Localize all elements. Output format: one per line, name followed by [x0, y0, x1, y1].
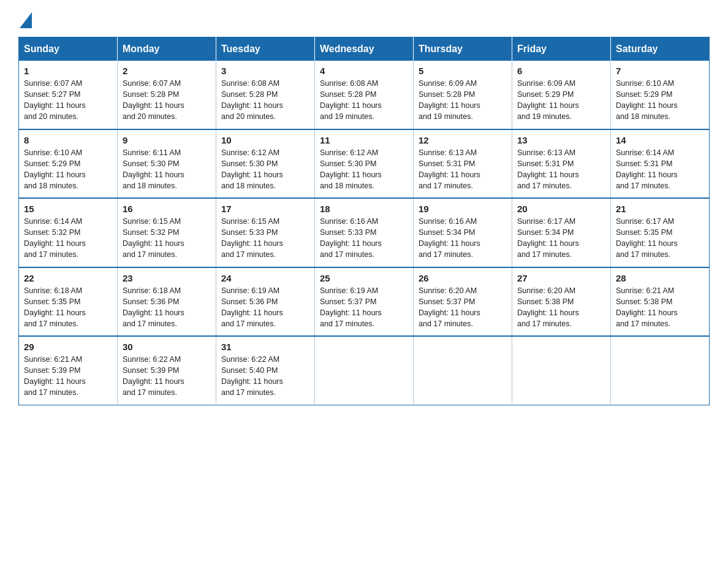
calendar-cell: 20 Sunrise: 6:17 AM Sunset: 5:34 PM Dayl…: [512, 198, 611, 267]
calendar-cell: 3 Sunrise: 6:08 AM Sunset: 5:28 PM Dayli…: [216, 61, 315, 129]
day-number: 4: [320, 66, 408, 76]
calendar-cell: 13 Sunrise: 6:13 AM Sunset: 5:31 PM Dayl…: [512, 129, 611, 199]
logo-triangle-icon: [20, 12, 32, 28]
calendar-cell: 29 Sunrise: 6:21 AM Sunset: 5:39 PM Dayl…: [19, 336, 118, 405]
calendar-cell: 26 Sunrise: 6:20 AM Sunset: 5:37 PM Dayl…: [414, 267, 512, 337]
day-info: Sunrise: 6:12 AM Sunset: 5:30 PM Dayligh…: [221, 147, 309, 192]
day-info: Sunrise: 6:14 AM Sunset: 5:31 PM Dayligh…: [616, 147, 704, 192]
day-number: 2: [123, 66, 211, 76]
day-info: Sunrise: 6:09 AM Sunset: 5:28 PM Dayligh…: [419, 78, 507, 123]
day-number: 14: [616, 135, 704, 145]
day-number: 13: [517, 135, 605, 145]
calendar-cell: 4 Sunrise: 6:08 AM Sunset: 5:28 PM Dayli…: [315, 61, 414, 129]
day-info: Sunrise: 6:14 AM Sunset: 5:32 PM Dayligh…: [24, 216, 112, 261]
day-info: Sunrise: 6:10 AM Sunset: 5:29 PM Dayligh…: [616, 78, 704, 123]
calendar-week-row: 1 Sunrise: 6:07 AM Sunset: 5:27 PM Dayli…: [19, 61, 710, 129]
calendar-cell: 8 Sunrise: 6:10 AM Sunset: 5:29 PM Dayli…: [19, 129, 118, 199]
weekday-header-row: SundayMondayTuesdayWednesdayThursdayFrid…: [19, 37, 710, 61]
day-info: Sunrise: 6:12 AM Sunset: 5:30 PM Dayligh…: [320, 147, 408, 192]
day-number: 8: [24, 135, 112, 145]
weekday-header-wednesday: Wednesday: [315, 37, 414, 61]
calendar-cell: [414, 336, 512, 405]
day-info: Sunrise: 6:08 AM Sunset: 5:28 PM Dayligh…: [221, 78, 309, 123]
day-number: 21: [616, 204, 704, 214]
day-number: 18: [320, 204, 408, 214]
day-info: Sunrise: 6:17 AM Sunset: 5:34 PM Dayligh…: [517, 216, 605, 261]
calendar-cell: 1 Sunrise: 6:07 AM Sunset: 5:27 PM Dayli…: [19, 61, 118, 129]
day-number: 27: [517, 273, 605, 283]
day-number: 19: [419, 204, 507, 214]
page-header: [18, 12, 710, 26]
day-info: Sunrise: 6:17 AM Sunset: 5:35 PM Dayligh…: [616, 216, 704, 261]
weekday-header-monday: Monday: [118, 37, 216, 61]
calendar-week-row: 22 Sunrise: 6:18 AM Sunset: 5:35 PM Dayl…: [19, 267, 710, 337]
day-info: Sunrise: 6:10 AM Sunset: 5:29 PM Dayligh…: [24, 147, 112, 192]
calendar-cell: 27 Sunrise: 6:20 AM Sunset: 5:38 PM Dayl…: [512, 267, 611, 337]
day-number: 26: [419, 273, 507, 283]
day-number: 15: [24, 204, 112, 214]
day-number: 23: [123, 273, 211, 283]
day-info: Sunrise: 6:20 AM Sunset: 5:38 PM Dayligh…: [517, 285, 605, 330]
day-info: Sunrise: 6:22 AM Sunset: 5:39 PM Dayligh…: [123, 354, 211, 399]
day-number: 11: [320, 135, 408, 145]
day-number: 6: [517, 66, 605, 76]
day-info: Sunrise: 6:19 AM Sunset: 5:36 PM Dayligh…: [221, 285, 309, 330]
day-number: 1: [24, 66, 112, 76]
day-info: Sunrise: 6:13 AM Sunset: 5:31 PM Dayligh…: [517, 147, 605, 192]
calendar-week-row: 29 Sunrise: 6:21 AM Sunset: 5:39 PM Dayl…: [19, 336, 710, 405]
weekday-header-tuesday: Tuesday: [216, 37, 315, 61]
day-info: Sunrise: 6:18 AM Sunset: 5:36 PM Dayligh…: [123, 285, 211, 330]
calendar-cell: 10 Sunrise: 6:12 AM Sunset: 5:30 PM Dayl…: [216, 129, 315, 199]
calendar-week-row: 15 Sunrise: 6:14 AM Sunset: 5:32 PM Dayl…: [19, 198, 710, 267]
day-info: Sunrise: 6:21 AM Sunset: 5:39 PM Dayligh…: [24, 354, 112, 399]
day-info: Sunrise: 6:15 AM Sunset: 5:33 PM Dayligh…: [221, 216, 309, 261]
day-number: 29: [24, 342, 112, 352]
day-info: Sunrise: 6:08 AM Sunset: 5:28 PM Dayligh…: [320, 78, 408, 123]
calendar-cell: 17 Sunrise: 6:15 AM Sunset: 5:33 PM Dayl…: [216, 198, 315, 267]
day-number: 12: [419, 135, 507, 145]
day-info: Sunrise: 6:15 AM Sunset: 5:32 PM Dayligh…: [123, 216, 211, 261]
day-info: Sunrise: 6:16 AM Sunset: 5:33 PM Dayligh…: [320, 216, 408, 261]
day-number: 16: [123, 204, 211, 214]
day-info: Sunrise: 6:20 AM Sunset: 5:37 PM Dayligh…: [419, 285, 507, 330]
calendar-cell: 23 Sunrise: 6:18 AM Sunset: 5:36 PM Dayl…: [118, 267, 216, 337]
calendar-cell: 31 Sunrise: 6:22 AM Sunset: 5:40 PM Dayl…: [216, 336, 315, 405]
day-number: 3: [221, 66, 309, 76]
day-number: 9: [123, 135, 211, 145]
day-info: Sunrise: 6:18 AM Sunset: 5:35 PM Dayligh…: [24, 285, 112, 330]
day-number: 28: [616, 273, 704, 283]
day-number: 24: [221, 273, 309, 283]
calendar-cell: 9 Sunrise: 6:11 AM Sunset: 5:30 PM Dayli…: [118, 129, 216, 199]
day-number: 30: [123, 342, 211, 352]
calendar-cell: 12 Sunrise: 6:13 AM Sunset: 5:31 PM Dayl…: [414, 129, 512, 199]
day-info: Sunrise: 6:19 AM Sunset: 5:37 PM Dayligh…: [320, 285, 408, 330]
calendar-cell: 11 Sunrise: 6:12 AM Sunset: 5:30 PM Dayl…: [315, 129, 414, 199]
day-info: Sunrise: 6:09 AM Sunset: 5:29 PM Dayligh…: [517, 78, 605, 123]
calendar-week-row: 8 Sunrise: 6:10 AM Sunset: 5:29 PM Dayli…: [19, 129, 710, 199]
day-info: Sunrise: 6:07 AM Sunset: 5:27 PM Dayligh…: [24, 78, 112, 123]
calendar-table: SundayMondayTuesdayWednesdayThursdayFrid…: [18, 37, 710, 405]
day-number: 17: [221, 204, 309, 214]
calendar-cell: 6 Sunrise: 6:09 AM Sunset: 5:29 PM Dayli…: [512, 61, 611, 129]
calendar-cell: 22 Sunrise: 6:18 AM Sunset: 5:35 PM Dayl…: [19, 267, 118, 337]
day-number: 25: [320, 273, 408, 283]
weekday-header-thursday: Thursday: [414, 37, 512, 61]
day-info: Sunrise: 6:16 AM Sunset: 5:34 PM Dayligh…: [419, 216, 507, 261]
calendar-cell: [315, 336, 414, 405]
day-number: 10: [221, 135, 309, 145]
calendar-cell: 15 Sunrise: 6:14 AM Sunset: 5:32 PM Dayl…: [19, 198, 118, 267]
calendar-cell: 19 Sunrise: 6:16 AM Sunset: 5:34 PM Dayl…: [414, 198, 512, 267]
weekday-header-sunday: Sunday: [19, 37, 118, 61]
calendar-cell: 7 Sunrise: 6:10 AM Sunset: 5:29 PM Dayli…: [611, 61, 710, 129]
calendar-cell: 16 Sunrise: 6:15 AM Sunset: 5:32 PM Dayl…: [118, 198, 216, 267]
calendar-cell: 24 Sunrise: 6:19 AM Sunset: 5:36 PM Dayl…: [216, 267, 315, 337]
calendar-cell: 21 Sunrise: 6:17 AM Sunset: 5:35 PM Dayl…: [611, 198, 710, 267]
weekday-header-friday: Friday: [512, 37, 611, 61]
logo: [18, 12, 32, 26]
calendar-cell: 14 Sunrise: 6:14 AM Sunset: 5:31 PM Dayl…: [611, 129, 710, 199]
day-info: Sunrise: 6:13 AM Sunset: 5:31 PM Dayligh…: [419, 147, 507, 192]
day-info: Sunrise: 6:21 AM Sunset: 5:38 PM Dayligh…: [616, 285, 704, 330]
calendar-cell: [512, 336, 611, 405]
calendar-cell: [611, 336, 710, 405]
calendar-cell: 28 Sunrise: 6:21 AM Sunset: 5:38 PM Dayl…: [611, 267, 710, 337]
